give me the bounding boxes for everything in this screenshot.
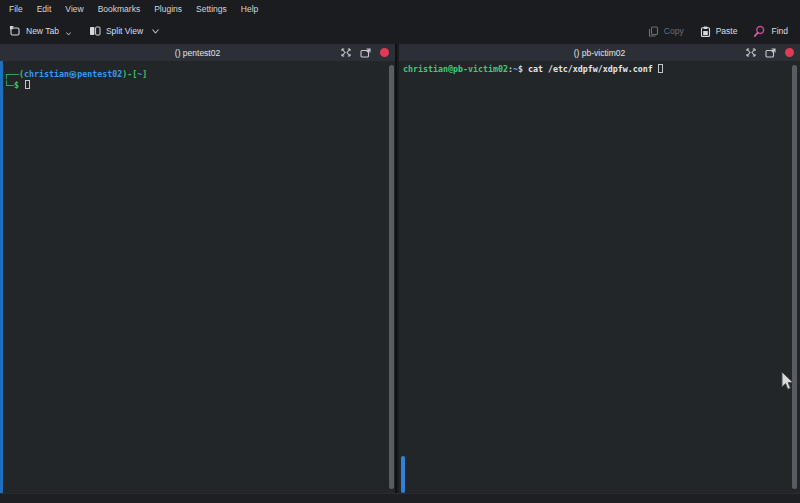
right-terminal-cursor: [658, 64, 663, 73]
new-tab-button[interactable]: New Tab: [9, 25, 71, 37]
menu-file[interactable]: File: [9, 4, 23, 14]
toolbar-right-group: Copy Paste: [648, 25, 800, 38]
toolbar: New Tab Split View: [0, 18, 800, 44]
split-view-label: Split View: [106, 26, 143, 36]
close-pane-button[interactable]: [785, 48, 794, 57]
terminal-pane-right: () pb-victim02 chris: [399, 44, 800, 493]
window-bottom-strip: [0, 493, 800, 503]
menu-edit[interactable]: Edit: [37, 4, 52, 14]
toolbar-left-group: New Tab Split View: [0, 25, 159, 37]
left-pane-scrollbar[interactable]: [389, 65, 394, 489]
prompt-line-1: ┌──(christian㉿pentest02)-[~]: [4, 69, 395, 80]
close-pane-button[interactable]: [380, 48, 389, 57]
terminal-pane-left: () pentest02: [0, 44, 397, 493]
split-view-button[interactable]: Split View: [89, 25, 159, 37]
right-pane-title: () pb-victim02: [399, 48, 800, 58]
menu-bookmarks[interactable]: Bookmarks: [98, 4, 141, 14]
left-pane-title: () pentest02: [0, 48, 395, 58]
right-pane-focus-indicator: [401, 456, 405, 493]
right-pane-header[interactable]: () pb-victim02: [399, 44, 800, 61]
left-pane-header[interactable]: () pentest02: [0, 44, 395, 61]
find-button[interactable]: Find: [753, 25, 788, 38]
right-pane-scrollbar[interactable]: [792, 65, 797, 489]
paste-icon: [700, 26, 711, 37]
expand-view-icon[interactable]: [341, 48, 351, 57]
copy-icon: [648, 26, 659, 37]
left-terminal[interactable]: ┌──(christian㉿pentest02)-[~] └─$: [0, 61, 395, 493]
new-tab-icon: [9, 25, 21, 37]
left-terminal-cursor: [25, 80, 30, 89]
paste-label: Paste: [716, 26, 738, 36]
detach-tab-icon[interactable]: [765, 48, 776, 58]
find-label: Find: [771, 26, 788, 36]
right-pane-header-icons: [746, 48, 800, 58]
menu-view[interactable]: View: [65, 4, 83, 14]
expand-view-icon[interactable]: [746, 48, 756, 57]
detach-tab-icon[interactable]: [360, 48, 371, 58]
right-terminal[interactable]: christian@pb-victim02:~$ cat /etc/xdpfw/…: [399, 61, 800, 493]
find-icon: [753, 25, 766, 38]
left-pane-focus-indicator: [0, 61, 3, 493]
new-tab-label: New Tab: [26, 26, 59, 36]
menu-bar: File Edit View Bookmarks Plugins Setting…: [0, 0, 800, 18]
prompt-line: christian@pb-victim02:~$ cat /etc/xdpfw/…: [403, 64, 800, 75]
mouse-pointer: [781, 371, 795, 393]
menu-settings[interactable]: Settings: [196, 4, 227, 14]
menu-help[interactable]: Help: [241, 4, 258, 14]
left-pane-header-icons: [341, 48, 395, 58]
new-tab-dropdown-icon[interactable]: [66, 32, 71, 36]
copy-button[interactable]: Copy: [648, 26, 684, 37]
konsole-window: File Edit View Bookmarks Plugins Setting…: [0, 0, 800, 503]
menu-plugins[interactable]: Plugins: [154, 4, 182, 14]
split-view-icon: [89, 25, 101, 37]
split-view-dropdown-icon[interactable]: [152, 29, 159, 34]
prompt-line-2: └─$: [4, 80, 395, 91]
paste-button[interactable]: Paste: [700, 26, 738, 37]
copy-label: Copy: [664, 26, 684, 36]
